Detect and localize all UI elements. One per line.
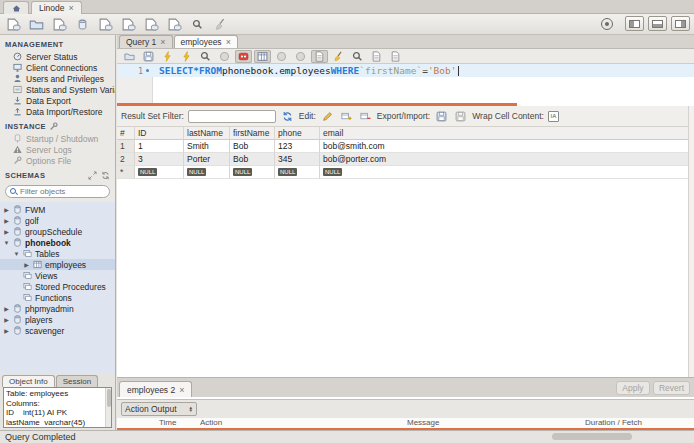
sidebar-item-data-import[interactable]: Data Import/Restore bbox=[0, 106, 115, 117]
schema-node-scavenger[interactable]: ▶ scavenger bbox=[0, 325, 115, 336]
database-schema-button[interactable] bbox=[119, 16, 137, 32]
open-sql-script-button[interactable] bbox=[27, 16, 45, 32]
close-icon[interactable]: × bbox=[226, 37, 231, 47]
table-row[interactable]: 1 1 Smith Bob 123 bob@smith.com bbox=[117, 140, 694, 153]
grid-vertical-scrollbar[interactable] bbox=[688, 106, 694, 377]
schema-node-golf[interactable]: ▶ golf bbox=[0, 215, 115, 226]
search-objects-button[interactable] bbox=[188, 16, 206, 32]
sidebar-item-startup-shutdown[interactable]: Startup / Shutdown bbox=[0, 133, 115, 144]
migration-button[interactable] bbox=[211, 16, 229, 32]
result-filter-input[interactable] bbox=[188, 110, 276, 123]
toggle-right-panel-button[interactable] bbox=[671, 16, 690, 31]
sidebar-item-data-export[interactable]: Data Export bbox=[0, 95, 115, 106]
schema-node-phonebook[interactable]: ▼ phonebook bbox=[0, 237, 115, 248]
apply-button[interactable]: Apply bbox=[616, 381, 650, 395]
instance-config-icon[interactable] bbox=[49, 122, 58, 131]
execute-statement-button[interactable] bbox=[159, 50, 176, 63]
expand-schemas-icon[interactable] bbox=[88, 171, 97, 180]
sidebar-item-users-privileges[interactable]: Users and Privileges bbox=[0, 73, 115, 84]
sql-editor[interactable]: 1 SELECT * FROM phonebook.employees WHER… bbox=[117, 64, 694, 103]
revert-button[interactable]: Revert bbox=[653, 381, 690, 395]
wrap-text-toggle[interactable] bbox=[387, 50, 404, 63]
connection-tab-linode[interactable]: Linode × bbox=[31, 1, 82, 14]
expander-icon[interactable]: ▼ bbox=[13, 251, 20, 257]
sidebar-item-server-status[interactable]: Server Status bbox=[0, 51, 115, 62]
schema-node-players[interactable]: ▶ players bbox=[0, 314, 115, 325]
schema-filter-input[interactable] bbox=[20, 187, 100, 196]
tab-session[interactable]: Session bbox=[56, 375, 98, 387]
output-col-duration[interactable]: Duration / Fetch bbox=[585, 418, 642, 427]
sidebar-item-server-logs[interactable]: Server Logs bbox=[0, 144, 115, 155]
beautify-button[interactable] bbox=[330, 50, 347, 63]
database-button[interactable] bbox=[73, 16, 91, 32]
stop-button[interactable] bbox=[216, 50, 233, 63]
edit-record-button[interactable] bbox=[320, 110, 335, 123]
col-header-num[interactable]: # bbox=[117, 127, 135, 140]
table-row[interactable]: 2 3 Porter Bob 345 bob@porter.com bbox=[117, 153, 694, 166]
tree-node-employees[interactable]: ▶ employees bbox=[0, 259, 115, 270]
new-query-tab-button[interactable] bbox=[4, 16, 22, 32]
close-icon[interactable]: × bbox=[160, 37, 165, 47]
expander-icon[interactable]: ▶ bbox=[3, 217, 10, 224]
open-file-button[interactable] bbox=[121, 50, 138, 63]
sidebar-item-status-variables[interactable]: Status and System Variables bbox=[0, 84, 115, 95]
schema-node-phpmyadmin[interactable]: ▶ phpmyadmin bbox=[0, 303, 115, 314]
toggle-bottom-panel-button[interactable] bbox=[648, 16, 667, 31]
import-records-button[interactable] bbox=[453, 110, 468, 123]
expander-icon[interactable]: ▼ bbox=[3, 240, 10, 246]
tab-object-info[interactable]: Object Info bbox=[2, 375, 55, 387]
sql-statement[interactable]: SELECT * FROM phonebook.employees WHERE … bbox=[159, 64, 459, 77]
invisible-chars-toggle[interactable] bbox=[368, 50, 385, 63]
tree-node-views[interactable]: Views bbox=[0, 270, 115, 281]
object-info-scrollbar[interactable] bbox=[105, 388, 111, 427]
horizontal-scrollbar[interactable] bbox=[552, 433, 632, 440]
refresh-schemas-icon[interactable] bbox=[101, 171, 110, 180]
tab-employees[interactable]: employees × bbox=[174, 35, 238, 48]
tree-node-tables[interactable]: ▼ Tables bbox=[0, 248, 115, 259]
tree-node-stored-procedures[interactable]: Stored Procedures bbox=[0, 281, 115, 292]
autocommit-toggle[interactable] bbox=[311, 50, 328, 63]
expander-icon[interactable]: ▶ bbox=[3, 305, 10, 312]
database-add-button[interactable] bbox=[142, 16, 160, 32]
rollback-button[interactable] bbox=[292, 50, 309, 63]
tree-node-functions[interactable]: Functions bbox=[0, 292, 115, 303]
find-button[interactable] bbox=[349, 50, 366, 63]
col-header-phone[interactable]: phone bbox=[275, 127, 320, 140]
sidebar-item-options-file[interactable]: Options File bbox=[0, 155, 115, 166]
table-row-placeholder[interactable]: * NULL NULL NULL NULL NULL bbox=[117, 166, 694, 179]
stop-on-error-toggle[interactable] bbox=[235, 50, 252, 63]
save-script-button[interactable] bbox=[140, 50, 157, 63]
schema-node-fwm[interactable]: ▶ FWM bbox=[0, 204, 115, 215]
sidebar-item-client-connections[interactable]: Client Connections bbox=[0, 62, 115, 73]
output-col-message[interactable]: Message bbox=[407, 418, 439, 427]
toggle-left-panel-button[interactable] bbox=[625, 16, 644, 31]
delete-row-button[interactable] bbox=[358, 110, 373, 123]
commit-button[interactable] bbox=[273, 50, 290, 63]
database-drop-button[interactable] bbox=[165, 16, 183, 32]
output-col-action[interactable]: Action bbox=[200, 418, 222, 427]
refresh-results-button[interactable] bbox=[280, 110, 295, 123]
expander-icon[interactable]: ▶ bbox=[3, 327, 10, 334]
explain-button[interactable] bbox=[197, 50, 214, 63]
col-header-email[interactable]: email bbox=[320, 127, 694, 140]
export-recordset-button[interactable] bbox=[434, 110, 449, 123]
wrap-cell-content-toggle[interactable]: IA bbox=[548, 111, 559, 122]
output-col-time[interactable]: Time bbox=[159, 418, 176, 427]
close-icon[interactable]: × bbox=[69, 3, 74, 13]
result-tab-employees-2[interactable]: employees 2 × bbox=[119, 381, 192, 397]
output-type-select[interactable]: Action Output ▲▼ bbox=[121, 402, 197, 416]
expander-icon[interactable]: ▶ bbox=[3, 228, 10, 235]
col-header-firstname[interactable]: firstName bbox=[230, 127, 275, 140]
schema-filter-box[interactable] bbox=[5, 185, 110, 198]
limit-rows-toggle[interactable] bbox=[254, 50, 271, 63]
expander-icon[interactable]: ▶ bbox=[3, 316, 10, 323]
expander-icon[interactable]: ▶ bbox=[3, 206, 10, 213]
connection-status-button[interactable] bbox=[50, 16, 68, 32]
tab-query-1[interactable]: Query 1 × bbox=[119, 35, 173, 48]
database-column-button[interactable] bbox=[96, 16, 114, 32]
close-icon[interactable]: × bbox=[179, 385, 184, 395]
expander-icon[interactable]: ▶ bbox=[23, 261, 30, 268]
preferences-icon[interactable] bbox=[601, 18, 613, 30]
home-tab[interactable] bbox=[3, 1, 29, 14]
col-header-lastname[interactable]: lastName bbox=[184, 127, 230, 140]
